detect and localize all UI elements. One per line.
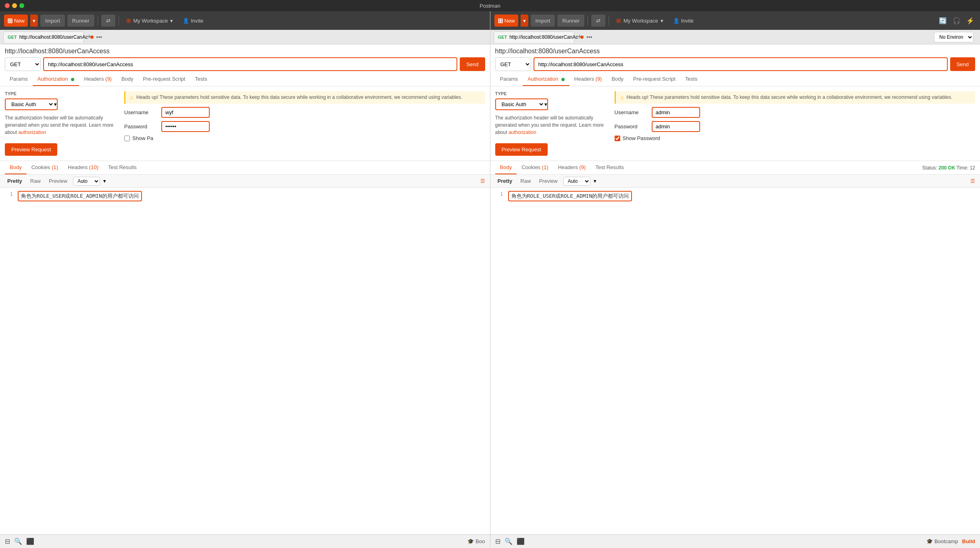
right-preview-view-btn[interactable]: Preview (536, 176, 560, 186)
right-show-password-checkbox[interactable] (615, 136, 620, 141)
right-password-label: Password (615, 121, 647, 130)
right-sync-status-button[interactable]: 🔄 (937, 15, 949, 26)
left-preview-button[interactable]: Preview Request (5, 143, 57, 156)
window-close[interactable] (5, 3, 10, 8)
right-build-button[interactable]: Build (962, 538, 976, 544)
left-type-select[interactable]: Basic Auth No Auth Bearer Token OAuth 2.… (6, 99, 54, 109)
left-resp-test-results[interactable]: Test Results (103, 161, 142, 174)
right-search-icon[interactable]: 🔍 (505, 538, 513, 545)
left-import-button[interactable]: Import (40, 15, 65, 27)
left-bootcamp-button[interactable]: 🎓 Boo (467, 538, 485, 544)
toolbar-sep-2 (119, 16, 119, 25)
left-resp-tabs: Body Cookies (1) Headers (10) Test Resul… (0, 161, 490, 175)
right-runner-button[interactable]: Runner (557, 15, 584, 27)
right-password-input[interactable] (652, 121, 700, 132)
right-tab-body[interactable]: Body (607, 73, 628, 86)
left-new-dropdown[interactable]: ▾ (30, 15, 38, 27)
right-type-select[interactable]: Basic Auth No Auth Bearer Token OAuth 2.… (496, 99, 544, 109)
left-tab-authorization[interactable]: Authorization (33, 73, 79, 86)
right-resp-body[interactable]: Body (495, 161, 517, 174)
right-resp-test-results[interactable]: Test Results (590, 161, 629, 174)
left-request-tab[interactable]: GET http://localhost:8080/userCanAc (3, 31, 84, 43)
left-tab-tests[interactable]: Tests (190, 73, 212, 86)
window-minimize[interactable] (12, 3, 17, 8)
right-env-select[interactable]: No Environ (934, 32, 974, 42)
left-search-icon[interactable]: 🔍 (14, 538, 22, 545)
left-show-password-checkbox[interactable] (124, 136, 130, 141)
left-tab-pre-request[interactable]: Pre-request Script (138, 73, 190, 86)
right-tab-authorization[interactable]: Authorization (523, 73, 569, 86)
right-tab-url: http://localhost:8080/userCanAc (509, 34, 578, 40)
left-send-button[interactable]: Send (460, 57, 485, 71)
right-type-select-wrapper: Basic Auth No Auth Bearer Token OAuth 2.… (495, 98, 548, 110)
right-raw-btn[interactable]: Raw (518, 176, 533, 186)
right-send-button[interactable]: Send (950, 57, 975, 71)
right-url-input[interactable] (534, 57, 948, 71)
left-new-button[interactable]: ⊞ New (4, 15, 28, 27)
left-resp-headers[interactable]: Headers (10) (63, 161, 103, 174)
left-sidebar-icon[interactable]: ⊟ (5, 538, 10, 545)
right-format-select[interactable]: Auto JSON XML (563, 177, 590, 186)
right-tab-add[interactable]: + (575, 33, 584, 41)
left-wrap-icon[interactable]: ☰ (480, 178, 485, 184)
left-format-select[interactable]: Auto JSON XML (73, 177, 100, 186)
right-code-line-1: 1 角色为ROLE_USER或ROLE_ADMIN的用户都可访问 (495, 191, 976, 201)
right-toolbar-sep-2 (609, 16, 609, 25)
right-workspace-label: My Workspace (623, 18, 658, 24)
right-auth-link[interactable]: authorization (509, 130, 536, 135)
right-method-select[interactable]: GET POST PUT DELETE (495, 57, 531, 71)
left-tab-body[interactable]: Body (117, 73, 138, 86)
right-wrap-icon[interactable]: ☰ (970, 178, 975, 184)
window-maximize[interactable] (19, 3, 24, 8)
right-import-button[interactable]: Import (531, 15, 555, 27)
right-sidebar-icon[interactable]: ⊟ (495, 538, 500, 545)
right-console-icon[interactable]: ⬛ (517, 538, 525, 545)
right-pretty-btn[interactable]: Pretty (495, 176, 515, 186)
left-runner-button[interactable]: Runner (67, 15, 94, 27)
right-invite-label: Invite (681, 18, 694, 24)
left-resp-body[interactable]: Body (5, 161, 27, 174)
left-auth-link[interactable]: authorization (18, 130, 46, 135)
left-preview-view-btn[interactable]: Preview (46, 176, 70, 186)
right-show-password-label: Show Password (623, 135, 660, 141)
left-url-input[interactable] (43, 57, 457, 71)
left-invite-button[interactable]: 👤 Invite (179, 15, 206, 27)
right-tab-headers[interactable]: Headers (9) (569, 73, 607, 86)
left-tab-params[interactable]: Params (5, 73, 33, 86)
left-resp-cookies[interactable]: Cookies (1) (27, 161, 63, 174)
right-invite-button[interactable]: 👤 Invite (670, 15, 697, 27)
left-tab-add[interactable]: + (85, 33, 94, 41)
right-tab-params[interactable]: Params (495, 73, 523, 86)
bootcamp-icon: 🎓 (467, 538, 474, 544)
left-sync-button[interactable]: ⇄ (101, 15, 115, 27)
right-workspace-button[interactable]: ⊞ My Workspace ▾ (612, 15, 667, 27)
right-bootcamp-button[interactable]: 🎓 Bootcamp (926, 538, 958, 544)
warning-icon: ⚠ (129, 95, 134, 100)
right-headphone-button[interactable]: 🎧 (951, 15, 962, 26)
left-workspace-button[interactable]: ⊞ My Workspace ▾ (122, 15, 177, 27)
right-request-tab[interactable]: GET http://localhost:8080/userCanAc (494, 31, 574, 43)
right-bottom-bar: ⊟ 🔍 ⬛ 🎓 Bootcamp Build (490, 534, 980, 548)
left-password-input[interactable] (161, 121, 210, 132)
right-username-input[interactable] (652, 107, 700, 118)
right-resp-headers[interactable]: Headers (9) (553, 161, 591, 174)
left-method-select[interactable]: GET POST PUT DELETE (5, 57, 41, 71)
right-tab-pre-request[interactable]: Pre-request Script (628, 73, 680, 86)
left-username-input[interactable] (161, 107, 210, 118)
right-tab-tests[interactable]: Tests (680, 73, 702, 86)
left-type-chevron: ▾ (54, 101, 57, 107)
right-resp-cookies[interactable]: Cookies (1) (517, 161, 553, 174)
right-more-button[interactable]: ⚡ (965, 15, 976, 26)
left-tab-more[interactable]: ••• (95, 34, 104, 40)
left-raw-btn[interactable]: Raw (28, 176, 43, 186)
left-tab-headers[interactable]: Headers (9) (79, 73, 117, 86)
left-console-icon[interactable]: ⬛ (26, 538, 34, 545)
invite-icon: 👤 (183, 18, 189, 24)
right-tab-more[interactable]: ••• (585, 34, 594, 40)
left-pretty-btn[interactable]: Pretty (5, 176, 25, 186)
right-username-row: Username (615, 107, 976, 118)
right-new-button[interactable]: ⊞ New (494, 15, 518, 27)
right-new-dropdown[interactable]: ▾ (521, 15, 528, 27)
right-preview-button[interactable]: Preview Request (495, 143, 548, 156)
right-sync-button[interactable]: ⇄ (591, 15, 605, 27)
